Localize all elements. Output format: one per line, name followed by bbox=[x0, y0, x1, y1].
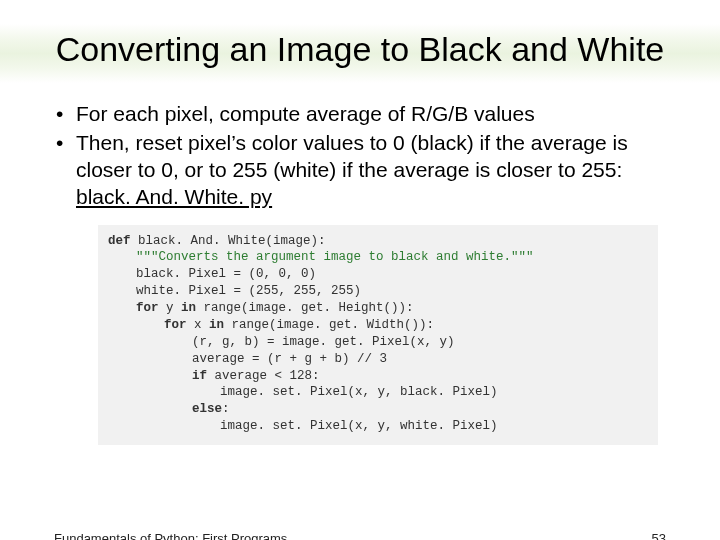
code-text: range(image. get. Width()): bbox=[224, 318, 434, 332]
code-text: (r, g, b) = image. get. Pixel(x, y) bbox=[192, 335, 455, 349]
slide-body: For each pixel, compute average of R/G/B… bbox=[0, 83, 720, 445]
code-text: white. Pixel = (255, 255, 255) bbox=[136, 284, 361, 298]
code-text: average = (r + g + b) // 3 bbox=[192, 352, 387, 366]
code-line: white. Pixel = (255, 255, 255) bbox=[108, 283, 648, 300]
code-line: """Converts the argument image to black … bbox=[108, 249, 648, 266]
slide-title: Converting an Image to Black and White bbox=[40, 30, 680, 69]
code-text: black. And. White(image): bbox=[131, 234, 326, 248]
code-text: range(image. get. Height()): bbox=[196, 301, 414, 315]
code-line: image. set. Pixel(x, y, black. Pixel) bbox=[108, 384, 648, 401]
footer-left: Fundamentals of Python: First Programs bbox=[54, 531, 287, 540]
keyword-def: def bbox=[108, 234, 131, 248]
code-text: y bbox=[159, 301, 182, 315]
page-number: 53 bbox=[652, 531, 666, 540]
slide-footer: Fundamentals of Python: First Programs 5… bbox=[54, 531, 666, 540]
bullet-list: For each pixel, compute average of R/G/B… bbox=[54, 101, 666, 211]
code-line: def black. And. White(image): bbox=[108, 233, 648, 250]
code-text: x bbox=[187, 318, 210, 332]
code-text: black. Pixel = (0, 0, 0) bbox=[136, 267, 316, 281]
bullet-text: For each pixel, compute average of R/G/B… bbox=[76, 102, 535, 125]
code-text: average < 128: bbox=[207, 369, 320, 383]
code-line: for x in range(image. get. Width()): bbox=[108, 317, 648, 334]
code-file-link[interactable]: black. And. White. py bbox=[76, 185, 272, 208]
title-band: Converting an Image to Black and White bbox=[0, 24, 720, 83]
bullet-item: Then, reset pixel’s color values to 0 (b… bbox=[54, 130, 666, 211]
keyword-else: else bbox=[192, 402, 222, 416]
bullet-item: For each pixel, compute average of R/G/B… bbox=[54, 101, 666, 128]
code-line: (r, g, b) = image. get. Pixel(x, y) bbox=[108, 334, 648, 351]
code-block: def black. And. White(image): """Convert… bbox=[98, 225, 658, 446]
keyword-in: in bbox=[181, 301, 196, 315]
code-text: : bbox=[222, 402, 230, 416]
docstring: """Converts the argument image to black … bbox=[136, 250, 534, 264]
keyword-if: if bbox=[192, 369, 207, 383]
code-line: else: bbox=[108, 401, 648, 418]
code-line: average = (r + g + b) // 3 bbox=[108, 351, 648, 368]
bullet-text: Then, reset pixel’s color values to 0 (b… bbox=[76, 131, 628, 181]
code-line: for y in range(image. get. Height()): bbox=[108, 300, 648, 317]
code-line: if average < 128: bbox=[108, 368, 648, 385]
code-line: black. Pixel = (0, 0, 0) bbox=[108, 266, 648, 283]
code-line: image. set. Pixel(x, y, white. Pixel) bbox=[108, 418, 648, 435]
keyword-for: for bbox=[136, 301, 159, 315]
code-text: image. set. Pixel(x, y, white. Pixel) bbox=[220, 419, 498, 433]
keyword-in: in bbox=[209, 318, 224, 332]
slide: Converting an Image to Black and White F… bbox=[0, 24, 720, 540]
code-text: image. set. Pixel(x, y, black. Pixel) bbox=[220, 385, 498, 399]
keyword-for: for bbox=[164, 318, 187, 332]
